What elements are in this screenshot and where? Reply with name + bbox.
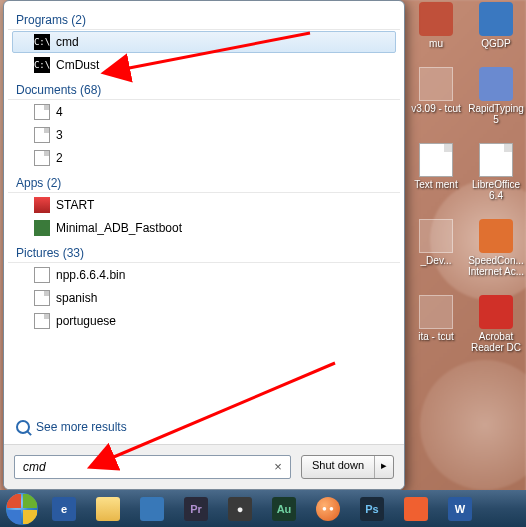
doc-icon (34, 313, 50, 329)
desktop-icon-image (479, 2, 513, 36)
shutdown-options-arrow-icon[interactable]: ▸ (375, 456, 393, 478)
desktop-icon-image (419, 67, 453, 101)
search-icon (16, 420, 30, 434)
start-button[interactable] (2, 490, 42, 527)
adb-icon (34, 220, 50, 236)
desktop-icon-9[interactable]: Acrobat Reader DC (466, 295, 526, 353)
taskbar-item-app2[interactable]: ● (220, 492, 260, 525)
gom-icon: ● ● (316, 497, 340, 521)
desktop-icon-image (419, 2, 453, 36)
start-menu-bottom-bar: × Shut down ▸ (4, 444, 404, 489)
desktop-icon-7[interactable]: SpeedCon... Internet Ac... (466, 219, 526, 277)
result-item-label: portuguese (56, 314, 116, 328)
start-icon (34, 197, 50, 213)
start-menu-search-results: Programs (2) C:\cmdC:\CmDust Documents (… (3, 0, 405, 490)
see-more-results-link[interactable]: See more results (4, 410, 404, 444)
desktop-icon-grid: muQGDPv3.09 - tcutRapidTyping 5Text ment… (406, 2, 526, 353)
taskbar-item-xiaomi[interactable] (396, 492, 436, 525)
taskbar-item-ie[interactable]: e (44, 492, 84, 525)
result-item-apps-1[interactable]: Minimal_ADB_Fastboot (12, 217, 396, 239)
bin-icon (34, 267, 50, 283)
result-item-programs-0[interactable]: C:\cmd (12, 31, 396, 53)
taskbar-item-photoshop[interactable]: Ps (352, 492, 392, 525)
result-item-label: spanish (56, 291, 97, 305)
desktop-icon-3[interactable]: RapidTyping 5 (466, 67, 526, 125)
taskbar: ePr●Au● ●PsW (0, 490, 526, 527)
result-item-label: START (56, 198, 94, 212)
doc-icon (34, 104, 50, 120)
group-header-documents[interactable]: Documents (68) (8, 77, 400, 100)
doc-icon (34, 127, 50, 143)
group-header-apps[interactable]: Apps (2) (8, 170, 400, 193)
result-item-label: CmDust (56, 58, 99, 72)
desktop-icon-8[interactable]: ita - tcut (406, 295, 466, 353)
result-item-documents-1[interactable]: 3 (12, 124, 396, 146)
taskbar-item-explorer[interactable] (88, 492, 128, 525)
desktop-icon-5[interactable]: LibreOffice 6.4 (466, 143, 526, 201)
desktop-icon-6[interactable]: _Dev... (406, 219, 466, 277)
cmd-icon: C:\ (34, 34, 50, 50)
desktop-icon-label: Text ment (414, 179, 457, 190)
result-item-label: 2 (56, 151, 63, 165)
desktop-icon-image (419, 219, 453, 253)
desktop-icon-image (419, 143, 453, 177)
desktop-icon-1[interactable]: QGDP (466, 2, 526, 49)
cmd-icon: C:\ (34, 57, 50, 73)
taskbar-item-gom[interactable]: ● ● (308, 492, 348, 525)
premiere-icon: Pr (184, 497, 208, 521)
result-item-documents-2[interactable]: 2 (12, 147, 396, 169)
result-item-programs-1[interactable]: C:\CmDust (12, 54, 396, 76)
photoshop-icon: Ps (360, 497, 384, 521)
word-icon: W (448, 497, 472, 521)
result-item-label: 3 (56, 128, 63, 142)
app2-icon: ● (228, 497, 252, 521)
desktop-icon-4[interactable]: Text ment (406, 143, 466, 201)
taskbar-item-app1[interactable] (132, 492, 172, 525)
desktop-icon-image (479, 219, 513, 253)
result-item-label: 4 (56, 105, 63, 119)
desktop-icon-image (479, 143, 513, 177)
taskbar-item-word[interactable]: W (440, 492, 480, 525)
search-input-wrap: × (14, 455, 291, 479)
desktop-icon-image (419, 295, 453, 329)
desktop-icon-image (479, 295, 513, 329)
shutdown-label[interactable]: Shut down (302, 456, 375, 478)
result-item-label: Minimal_ADB_Fastboot (56, 221, 182, 235)
xiaomi-icon (404, 497, 428, 521)
desktop-icon-label: ita - tcut (418, 331, 454, 342)
desktop-icon-label: v3.09 - tcut (411, 103, 460, 114)
desktop-icon-2[interactable]: v3.09 - tcut (406, 67, 466, 125)
ie-icon: e (52, 497, 76, 521)
results-area: Programs (2) C:\cmdC:\CmDust Documents (… (4, 1, 404, 410)
result-item-label: npp.6.6.4.bin (56, 268, 125, 282)
windows-logo-icon (6, 493, 38, 525)
taskbar-item-audition[interactable]: Au (264, 492, 304, 525)
desktop-icon-label: _Dev... (421, 255, 452, 266)
search-input[interactable] (14, 455, 291, 479)
clear-search-icon[interactable]: × (271, 459, 285, 473)
desktop-icon-image (479, 67, 513, 101)
result-item-apps-0[interactable]: START (12, 194, 396, 216)
doc-icon (34, 150, 50, 166)
desktop-icon-0[interactable]: mu (406, 2, 466, 49)
result-item-label: cmd (56, 35, 79, 49)
result-item-documents-0[interactable]: 4 (12, 101, 396, 123)
result-item-pictures-1[interactable]: spanish (12, 287, 396, 309)
see-more-label: See more results (36, 420, 127, 434)
desktop-icon-label: mu (429, 38, 443, 49)
group-header-pictures[interactable]: Pictures (33) (8, 240, 400, 263)
shutdown-split-button[interactable]: Shut down ▸ (301, 455, 394, 479)
doc-icon (34, 290, 50, 306)
desktop-icon-label: RapidTyping 5 (466, 103, 526, 125)
audition-icon: Au (272, 497, 296, 521)
explorer-icon (96, 497, 120, 521)
taskbar-item-premiere[interactable]: Pr (176, 492, 216, 525)
desktop-icon-label: Acrobat Reader DC (466, 331, 526, 353)
app1-icon (140, 497, 164, 521)
desktop-icon-label: QGDP (481, 38, 510, 49)
desktop-icon-label: LibreOffice 6.4 (466, 179, 526, 201)
desktop-icon-label: SpeedCon... Internet Ac... (466, 255, 526, 277)
result-item-pictures-0[interactable]: npp.6.6.4.bin (12, 264, 396, 286)
result-item-pictures-2[interactable]: portuguese (12, 310, 396, 332)
group-header-programs[interactable]: Programs (2) (8, 7, 400, 30)
